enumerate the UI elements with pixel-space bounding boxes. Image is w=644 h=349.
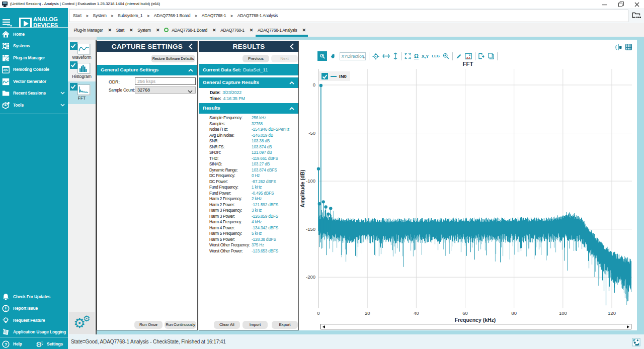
xy-direction-select[interactable]: XYDirection ▾ (340, 52, 366, 60)
scroll-right-icon[interactable] (627, 325, 629, 328)
settings-gear-icon: ⚙ (36, 340, 43, 348)
center-plot-icon[interactable] (372, 53, 379, 60)
analysis-settings-button[interactable]: ⚙ ⚙ (69, 312, 95, 334)
tab-close-icon[interactable]: ✕ (212, 28, 216, 33)
sidebar-item-home[interactable]: Home (0, 31, 68, 39)
layout-status-icon[interactable] (632, 338, 640, 346)
restore-defaults-button[interactable]: Restore Software Defaults (151, 55, 195, 62)
breadcrumb-item[interactable]: ADAQ7768-1 Analysis (237, 13, 278, 18)
analysis-checkbox[interactable] (70, 61, 77, 69)
restore-button[interactable] (614, 0, 628, 8)
chart-legend: IN0 (319, 71, 350, 81)
export-button[interactable]: Export (272, 321, 298, 329)
chart-horizontal-scrollbar[interactable] (320, 324, 631, 329)
scroll-left-icon[interactable] (323, 325, 325, 328)
collapse-panel-icon[interactable] (290, 43, 294, 50)
result-row: Samples: 32768 (209, 122, 298, 128)
run-continuously-button[interactable]: Run Continuously (165, 321, 196, 329)
minimize-button[interactable] (598, 0, 612, 8)
fit-all-icon[interactable] (405, 53, 411, 59)
tab-system[interactable]: System ✕ (135, 23, 162, 37)
analysis-item-waveform[interactable]: Waveform (68, 41, 96, 62)
annotate-pencil-icon[interactable] (456, 53, 462, 59)
minimize-icon (602, 2, 607, 7)
fft-plot[interactable]: 0-50-100-150-200020406080100120Amplitude… (299, 40, 637, 330)
export-data-icon[interactable] (478, 53, 485, 59)
close-button[interactable] (630, 0, 644, 8)
previous-button[interactable]: Previous (243, 55, 269, 62)
collapse-panel-icon[interactable] (189, 43, 193, 50)
undo-zoom-icon[interactable]: Ω (414, 53, 419, 59)
menu-icon[interactable] (3, 19, 12, 27)
toolbar-separator (452, 52, 453, 60)
dropdown-caret-icon: ▾ (363, 54, 365, 61)
tab-close-icon[interactable]: ✕ (108, 28, 111, 33)
tab-close-icon[interactable]: ✕ (156, 28, 159, 33)
breadcrumb-item[interactable]: ADAQ7768-1 (202, 13, 226, 18)
sidebar-item-vector-generator[interactable]: Vector Generator (0, 78, 68, 86)
snapshot-icon[interactable] (465, 53, 472, 59)
breadcrumb-item[interactable]: Subsystem_1 (118, 13, 142, 18)
fit-height-icon[interactable] (393, 52, 398, 60)
capture-settings-panel: CAPTURE SETTINGS Restore Software Defaul… (97, 41, 198, 330)
general-capture-results-section[interactable]: General Capture Results (199, 77, 298, 88)
tab-close-icon[interactable]: ✕ (129, 28, 133, 33)
sidebar-item-report-issue[interactable]: Report Issue (0, 305, 68, 313)
pan-tool-icon[interactable] (330, 53, 337, 59)
tab-start[interactable]: Start ✕ (114, 23, 135, 37)
chart-area: XYDirection ▾ Ω X,Y LEG (299, 40, 637, 330)
result-row: Harm 4 Power: -134.342 dBFS (209, 226, 298, 232)
sidebar-item-remoting-console[interactable]: </> Remoting Console (0, 66, 68, 74)
tab-plug-in-manager[interactable]: Plug-in Manager ✕ (71, 23, 114, 37)
general-capture-settings-section[interactable]: General Capture Settings (97, 65, 197, 75)
analysis-checkbox[interactable] (70, 42, 77, 50)
dock-panel-icon[interactable] (615, 44, 622, 50)
run-once-button[interactable]: Run Once (134, 321, 163, 329)
xy-coordinates-toggle[interactable]: X,Y (422, 54, 429, 59)
tab-close-icon[interactable]: ✕ (250, 28, 253, 33)
current-data-set-bar: Current Data Set: DataSet_11 (199, 64, 298, 75)
zoom-in-icon[interactable] (443, 53, 449, 59)
tab-adaq7768-1-board[interactable]: ADAQ7768-1 Board ✕ (162, 23, 218, 37)
chart-toolbar: XYDirection ▾ Ω X,Y LEG (317, 51, 498, 61)
sidebar-item-application-usage-logging[interactable]: Application Usage Logging (0, 328, 68, 336)
table-view-icon[interactable] (625, 44, 632, 50)
sidebar-item-systems[interactable]: Systems (0, 42, 68, 50)
tab-close-icon[interactable]: ✕ (302, 28, 305, 33)
collapse-section-icon[interactable] (188, 69, 193, 72)
open-session-folder-icon[interactable] (632, 12, 641, 19)
collapse-section-icon[interactable] (289, 81, 294, 84)
breadcrumb-separator: > (86, 14, 88, 19)
import-button[interactable]: Import (243, 321, 268, 329)
analysis-item-fft[interactable]: FFT (68, 81, 96, 104)
sidebar-item-plug-in-manager[interactable]: Plug-in Manager (0, 54, 68, 62)
tab-adaq7768-1[interactable]: ADAQ7768-1 ✕ (218, 23, 256, 37)
capture-settings-header: CAPTURE SETTINGS (97, 41, 197, 52)
breadcrumb-item[interactable]: ADAQ7768-1 Board (154, 13, 190, 18)
sidebar-item-request-feature[interactable]: Request Feature (0, 317, 68, 325)
analysis-checkbox[interactable] (70, 83, 77, 91)
breadcrumb-item[interactable]: Start (73, 13, 82, 18)
toolbar-separator (369, 52, 369, 60)
legend-toggle[interactable]: LEG (432, 54, 439, 58)
result-row: Avg Bin Noise: -146.019 dB (209, 133, 298, 139)
sidebar-item-recent-sessions[interactable]: Recent Sessions (0, 90, 68, 98)
current-data-set-value: DataSet_11 (243, 67, 268, 72)
result-row: SNR: 103.38 dB (209, 139, 298, 145)
result-row: THD: -119.661 dBFS (209, 156, 298, 162)
sidebar-item-tools[interactable]: Tools (0, 102, 68, 110)
analysis-item-histogram[interactable]: Histogram (68, 60, 96, 81)
sidebar-item-check-for-updates[interactable]: Check For Updates (0, 293, 68, 301)
clear-all-button[interactable]: Clear All (214, 321, 240, 329)
breadcrumb-item[interactable]: System (93, 13, 106, 18)
fit-width-icon[interactable] (382, 53, 390, 59)
next-button[interactable]: Next (271, 55, 298, 62)
copy-icon[interactable] (488, 53, 494, 59)
tab-adaq7768-1-analysis[interactable]: ADAQ7768-1 Analysis ✕ (256, 23, 308, 37)
collapse-section-icon[interactable] (289, 107, 294, 110)
odr-input[interactable] (135, 77, 196, 85)
zoom-select-tool-button[interactable] (317, 51, 327, 61)
sample-count-select[interactable]: 32768 (135, 86, 196, 94)
legend-checkbox[interactable] (321, 73, 328, 79)
results-section[interactable]: Results (199, 103, 298, 114)
